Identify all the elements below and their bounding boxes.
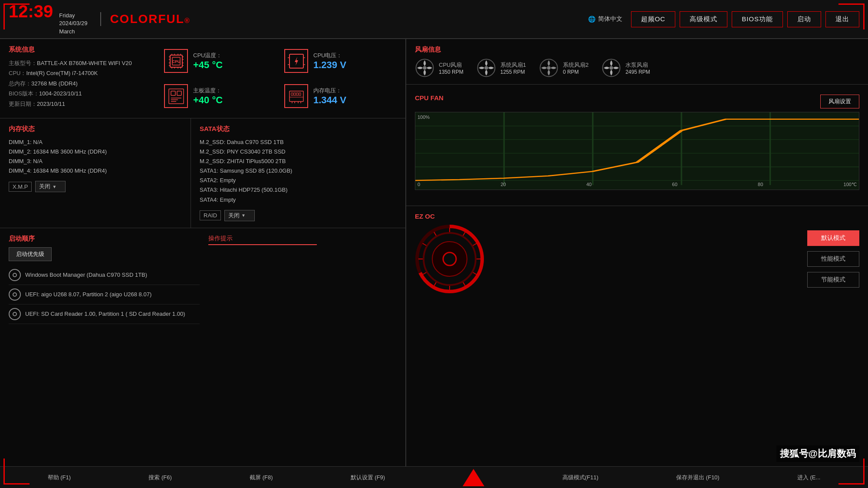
cpu-fan-item: CPU风扇 1350 RPM	[415, 58, 464, 78]
svg-rect-25	[171, 91, 175, 95]
sys-fan2-item: 系统风扇2 0 RPM	[539, 58, 589, 78]
pump-fan-item: 水泵风扇 2495 RPM	[602, 58, 650, 78]
memory-section: 内存状态 DIMM_1: N/A DIMM_2: 16384 MB 3600 M…	[0, 118, 191, 228]
mem-volt-value: 1.344 V	[313, 95, 346, 106]
dimm4-info: DIMM_4: 16384 MB 3600 MHz (DDR4)	[9, 166, 182, 176]
svg-point-41	[423, 66, 427, 70]
footer-advanced: 高级模式(F11)	[562, 474, 598, 481]
svg-rect-31	[291, 93, 293, 95]
svg-point-43	[484, 66, 488, 70]
brand-logo: COLORFUL®	[100, 12, 190, 26]
cpu-fan-label: CPU风扇	[439, 61, 464, 69]
svg-rect-33	[296, 93, 298, 95]
board-temp-label: 主板温度：	[193, 87, 223, 95]
cpu-temp-icon: CPU	[164, 49, 188, 73]
right-panel: 风扇信息 CPU风扇 1350 RPM	[406, 39, 868, 466]
board-temp-block: 主板温度： +40 °C	[161, 81, 276, 111]
pump-fan-rpm: 2495 RPM	[625, 69, 650, 75]
ez-oc-title: EZ OC	[415, 213, 859, 220]
boot-item-2[interactable]: UEFI: aigo U268 8.07, Partition 2 (aigo …	[9, 285, 200, 305]
cpu-volt-label: CPU电压：	[313, 52, 346, 59]
disk-icon-1	[9, 269, 21, 281]
pump-fan-label: 水泵风扇	[625, 61, 650, 69]
fan-settings-button[interactable]: 风扇设置	[820, 95, 859, 108]
sata3-info: SATA3: Hitachi HDP725 (500.1GB)	[200, 185, 397, 195]
cpu-fan-rpm: 1350 RPM	[439, 69, 464, 75]
boot-button[interactable]: 启动	[787, 11, 821, 27]
svg-line-72	[423, 243, 427, 246]
svg-point-45	[547, 66, 550, 70]
sata2-info: SATA2: Empty	[200, 176, 397, 185]
watermark: 搜狐号@比肩数码	[776, 445, 859, 462]
sys-fan2-rpm: 0 RPM	[563, 69, 589, 75]
dimm2-info: DIMM_2: 16384 MB 3600 MHz (DDR4)	[9, 147, 182, 157]
mem-volt-block: 内存电压： 1.344 V	[281, 81, 397, 111]
sata-title: SATA状态	[200, 125, 397, 133]
svg-line-64	[473, 243, 477, 246]
sata1-info: SATA1: Samsung SSD 85 (120.0GB)	[200, 166, 397, 176]
cpu-temp-block: CPU CPU温度： +45 °C	[161, 46, 276, 76]
ez-oc-options: 默认模式 性能模式 节能模式	[807, 230, 859, 288]
sys-fan1-item: 系统风扇1 1255 RPM	[477, 58, 526, 78]
boot-item-2-text: UEFI: aigo U268 8.07, Partition 2 (aigo …	[25, 291, 151, 298]
advanced-mode-button[interactable]: 高级模式	[680, 11, 727, 27]
footer-triangle-icon	[463, 469, 484, 486]
svg-line-66	[473, 272, 477, 275]
chart-x-min: 0	[418, 182, 420, 187]
cpu-temp-value: +45 °C	[193, 59, 223, 71]
ez-oc-dial	[415, 224, 484, 294]
bios-func-button[interactable]: BIOS功能	[732, 11, 783, 27]
svg-rect-26	[177, 91, 181, 95]
board-temp-value: +40 °C	[193, 95, 223, 106]
mid-section: 内存状态 DIMM_1: N/A DIMM_2: 16384 MB 3600 M…	[0, 118, 405, 228]
boot-left: 启动顺序 启动优先级 Windows Boot Manager (Dahua C…	[9, 235, 200, 460]
chart-svg	[415, 112, 859, 190]
mem-volt-icon	[284, 84, 308, 108]
corner-decoration-bl	[3, 459, 30, 485]
dimm3-info: DIMM_3: N/A	[9, 157, 182, 166]
disk-icon-3	[9, 308, 21, 320]
raid-select[interactable]: 关闭 ▼	[224, 210, 255, 221]
mem-icon-svg	[288, 88, 305, 105]
boot-priority-button[interactable]: 启动优先级	[9, 247, 52, 261]
chart-y-max: 100%	[418, 115, 430, 120]
boot-item-1[interactable]: Windows Boot Manager (Dahua C970 SSD 1TB…	[9, 265, 200, 285]
corner-decoration-tl	[3, 3, 30, 29]
raid-label: RAID	[200, 210, 221, 220]
sata-section: SATA状态 M.2_SSD: Dahua C970 SSD 1TB M.2_S…	[191, 118, 405, 228]
boot-right: 操作提示	[208, 235, 397, 460]
footer-screenshot: 截屏 (F8)	[250, 474, 273, 481]
xmp-select[interactable]: 关闭 ▼	[35, 181, 66, 192]
globe-icon: 🌐	[588, 16, 595, 23]
default-mode-button[interactable]: 默认模式	[807, 230, 859, 246]
system-info-title: 系统信息	[9, 46, 152, 54]
svg-rect-32	[294, 93, 296, 95]
footer-save-exit: 保存并退出 (F10)	[676, 474, 720, 481]
oc-button[interactable]: 超频OC	[631, 11, 676, 27]
cpu-volt-block: CPU电压： 1.239 V	[281, 46, 397, 76]
fan-grid: CPU风扇 1350 RPM 系统风扇1	[415, 58, 859, 78]
disk-icon-2	[9, 288, 21, 301]
eco-mode-button[interactable]: 节能模式	[807, 272, 859, 288]
chart-x-40: 40	[586, 182, 592, 187]
svg-line-69	[434, 282, 436, 286]
chart-x-20: 20	[500, 182, 506, 187]
xmp-arrow-icon: ▼	[52, 184, 56, 189]
main-content: 系统信息 主板型号：BATTLE-AX B760M-WHITE WIFI V20…	[0, 39, 868, 466]
sys-fan1-rpm: 1255 RPM	[500, 69, 526, 75]
chart-x-100: 100℃	[844, 182, 857, 187]
boot-section: 启动顺序 启动优先级 Windows Boot Manager (Dahua C…	[0, 228, 405, 466]
cpu-fan-chart: 100% 0	[415, 112, 859, 190]
svg-line-70	[423, 272, 427, 275]
performance-mode-button[interactable]: 性能模式	[807, 251, 859, 267]
language-selector[interactable]: 🌐 简体中文	[588, 15, 622, 23]
mem-volt-label: 内存电压：	[313, 87, 346, 95]
pump-fan-icon	[602, 58, 621, 78]
boot-item-3-text: UEFI: SD Card Reader 1.00, Partition 1 (…	[25, 311, 185, 317]
sys-fan2-icon	[539, 58, 559, 78]
motherboard-info: 主板型号：BATTLE-AX B760M-WHITE WIFI V20	[9, 58, 152, 68]
chart-x-axis: 0 20 40 60 80 100℃	[415, 181, 859, 187]
boot-item-3[interactable]: UEFI: SD Card Reader 1.00, Partition 1 (…	[9, 305, 200, 324]
svg-text:CPU: CPU	[172, 59, 180, 64]
fan-info-title: 风扇信息	[415, 46, 859, 54]
